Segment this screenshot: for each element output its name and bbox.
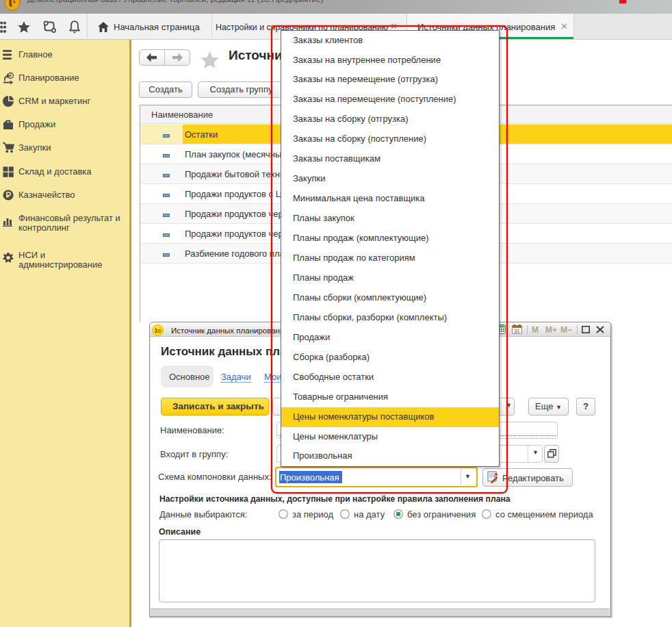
svg-text:1с: 1с bbox=[154, 327, 161, 334]
svg-text:31: 31 bbox=[515, 329, 520, 333]
